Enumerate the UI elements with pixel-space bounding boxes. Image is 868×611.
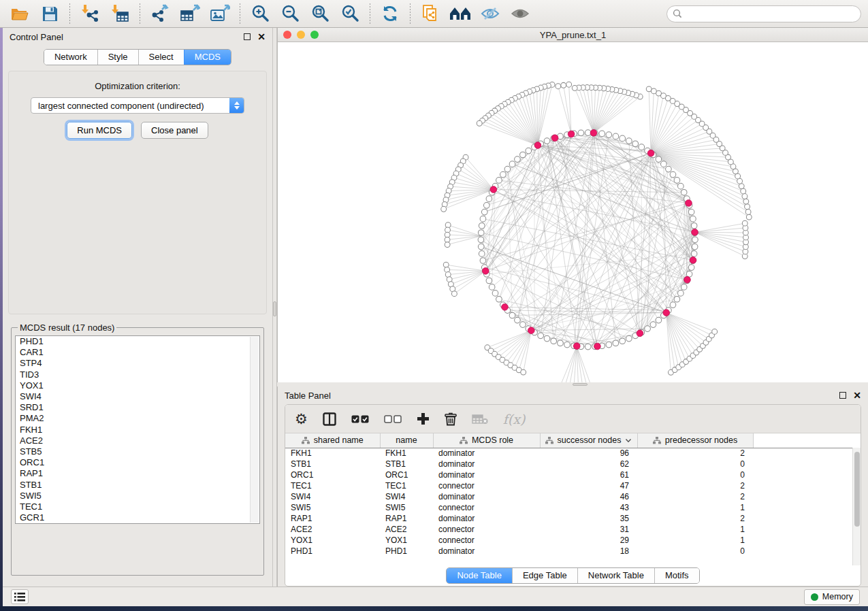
graph-node[interactable] <box>520 322 526 328</box>
graph-node[interactable] <box>646 86 652 92</box>
criterion-dropdown[interactable]: largest connected component (undirected) <box>31 97 244 114</box>
graph-node[interactable] <box>500 171 507 178</box>
vertical-splitter[interactable] <box>272 28 277 587</box>
graph-node[interactable] <box>650 322 656 328</box>
graph-node[interactable] <box>480 216 486 222</box>
graph-hub-node[interactable] <box>684 276 691 283</box>
mcds-result-item[interactable]: STP4 <box>16 358 259 369</box>
graph-node[interactable] <box>678 183 684 189</box>
graph-node[interactable] <box>521 369 526 375</box>
graph-node[interactable] <box>572 85 577 90</box>
graph-node[interactable] <box>745 209 751 214</box>
graph-node[interactable] <box>538 333 544 339</box>
select-all-rows-icon[interactable] <box>351 415 369 423</box>
delete-column-icon[interactable] <box>445 412 457 426</box>
splitter-handle[interactable] <box>573 383 588 386</box>
graph-node[interactable] <box>478 244 484 250</box>
graph-node[interactable] <box>478 230 484 236</box>
graph-node[interactable] <box>613 340 619 346</box>
graph-node[interactable] <box>626 335 632 342</box>
graph-node[interactable] <box>492 291 498 297</box>
column-header-MCDS-role[interactable]: MCDS role <box>433 433 540 448</box>
mcds-result-item[interactable]: PHD1 <box>16 336 259 347</box>
graph-node[interactable] <box>486 278 492 284</box>
graph-node[interactable] <box>639 144 645 150</box>
graph-node[interactable] <box>445 272 451 278</box>
mcds-result-item[interactable]: RAP1 <box>16 468 259 479</box>
graph-node[interactable] <box>688 209 694 215</box>
graph-node[interactable] <box>691 222 697 229</box>
graph-node[interactable] <box>445 222 451 228</box>
graph-hub-node[interactable] <box>502 303 509 310</box>
graph-node[interactable] <box>686 271 692 277</box>
graph-node[interactable] <box>674 296 680 302</box>
mcds-result-item[interactable]: TEC1 <box>16 501 259 512</box>
show-columns-icon[interactable] <box>323 412 336 426</box>
zoom-out-icon[interactable] <box>277 2 303 25</box>
column-header-predecessor-nodes[interactable]: predecessor nodes <box>637 433 753 448</box>
graph-node[interactable] <box>483 202 489 208</box>
graph-node[interactable] <box>445 267 450 272</box>
table-row[interactable]: ORC1ORC1dominator610 <box>285 469 856 480</box>
graph-node[interactable] <box>670 171 676 178</box>
graph-node[interactable] <box>477 120 482 126</box>
graph-node[interactable] <box>692 244 698 250</box>
graph-node[interactable] <box>656 156 662 163</box>
graph-node[interactable] <box>544 138 550 144</box>
list-scrollbar[interactable] <box>250 337 259 523</box>
close-panel-button[interactable]: Close panel <box>141 122 208 139</box>
graph-hub-node[interactable] <box>594 343 601 350</box>
mcds-result-item[interactable]: GCR1 <box>16 512 259 523</box>
graph-node[interactable] <box>645 326 651 332</box>
graph-node[interactable] <box>741 188 746 194</box>
table-row[interactable]: FKH1FKH1dominator962 <box>285 448 856 459</box>
table-scrollbar[interactable] <box>852 448 861 565</box>
graph-hub-node[interactable] <box>590 129 597 136</box>
mcds-result-item[interactable]: CAR1 <box>16 347 259 358</box>
splitter-handle[interactable] <box>273 301 276 316</box>
graph-node[interactable] <box>606 342 612 348</box>
graph-node[interactable] <box>712 329 718 334</box>
run-mcds-button[interactable]: Run MCDS <box>67 122 132 139</box>
column-header-shared-name[interactable]: shared name <box>285 433 380 448</box>
graph-node[interactable] <box>551 338 557 344</box>
graph-node[interactable] <box>599 131 605 137</box>
table-options-icon[interactable]: ⚙ <box>295 412 308 426</box>
graph-node[interactable] <box>692 237 698 243</box>
graph-node[interactable] <box>515 156 521 163</box>
tab-select[interactable]: Select <box>138 50 184 65</box>
tab-style[interactable]: Style <box>97 50 138 65</box>
show-all-icon[interactable] <box>507 2 533 25</box>
table-row[interactable]: ACE2ACE2connector311 <box>285 524 856 535</box>
task-history-button[interactable] <box>11 589 29 604</box>
graph-hub-node[interactable] <box>482 267 489 274</box>
network-canvas[interactable] <box>278 42 868 382</box>
graph-hub-node[interactable] <box>573 343 580 350</box>
graph-node[interactable] <box>564 342 570 348</box>
graph-node[interactable] <box>743 199 749 204</box>
export-table-icon[interactable] <box>177 2 203 25</box>
graph-node[interactable] <box>620 135 626 142</box>
graph-node[interactable] <box>443 262 449 267</box>
graph-node[interactable] <box>606 132 612 138</box>
table-tab-network-table[interactable]: Network Table <box>577 568 654 583</box>
refresh-view-icon[interactable] <box>377 2 403 25</box>
graph-node[interactable] <box>681 284 687 291</box>
graph-node[interactable] <box>561 82 566 88</box>
hide-selected-icon[interactable] <box>477 2 503 25</box>
graph-hub-node[interactable] <box>686 200 692 207</box>
network-titlebar[interactable]: YPA_prune.txt_1 <box>278 28 868 42</box>
graph-node[interactable] <box>742 220 748 226</box>
table-tab-node-table[interactable]: Node Table <box>447 568 512 583</box>
mcds-result-item[interactable]: SWI4 <box>16 391 259 402</box>
graph-hub-node[interactable] <box>534 142 541 149</box>
graph-hub-node[interactable] <box>647 150 654 156</box>
graph-node[interactable] <box>479 251 485 257</box>
float-panel-icon[interactable] <box>244 33 251 40</box>
graph-node[interactable] <box>613 133 619 139</box>
graph-node[interactable] <box>691 251 697 257</box>
graph-node[interactable] <box>481 209 487 215</box>
graph-node[interactable] <box>445 242 450 248</box>
graph-node[interactable] <box>520 152 526 158</box>
graph-node[interactable] <box>620 338 626 344</box>
